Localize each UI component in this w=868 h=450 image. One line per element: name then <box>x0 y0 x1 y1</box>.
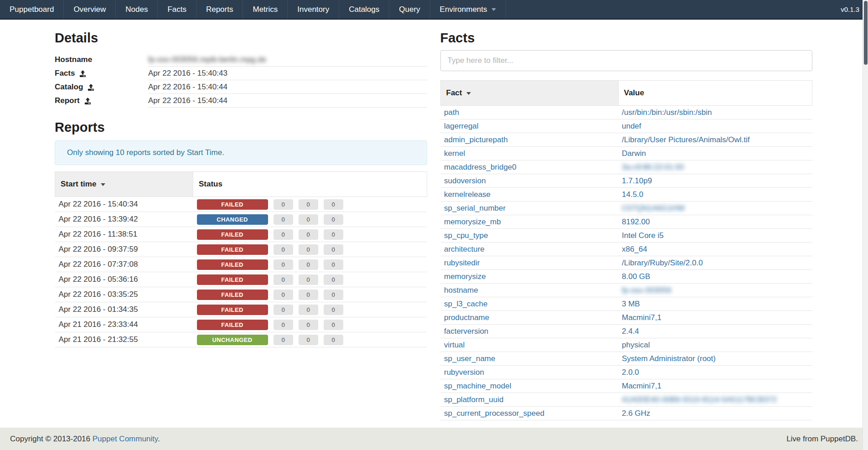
fact-name-link[interactable]: macaddress_bridge0 <box>444 163 517 171</box>
fact-name-link[interactable]: kernel <box>444 149 465 158</box>
puppet-community-link[interactable]: Puppet Community <box>93 434 158 443</box>
fact-value-link[interactable]: Intel Core i5 <box>622 231 664 240</box>
fact-row: kernelrelease 14.5.0 <box>440 188 812 202</box>
fact-value-link[interactable]: Macmini7,1 <box>622 313 661 322</box>
navbar-item-nodes[interactable]: Nodes <box>116 0 158 19</box>
facts-column-value[interactable]: Value <box>618 81 812 106</box>
fact-name-link[interactable]: kernelrelease <box>444 190 491 199</box>
fact-name-link[interactable]: admin_picturepath <box>444 135 508 144</box>
navbar-item-query[interactable]: Query <box>389 0 430 19</box>
report-count-badge: 0 <box>299 320 318 330</box>
report-status-badge: CHANGED <box>197 214 268 225</box>
fact-row: sp_serial_number C07QN1A6G1HW <box>440 202 812 215</box>
fact-row: rubysitedir /Library/Ruby/Site/2.0.0 <box>440 256 812 270</box>
fact-row: memorysize 8.00 GB <box>440 270 812 284</box>
details-table: Hostname fp-osx-003056.mpib-berlin.mpg.d… <box>55 53 427 108</box>
main-content: Details Hostname fp-osx-003056.mpib-berl… <box>0 20 868 420</box>
fact-name-link[interactable]: sp_platform_uuid <box>444 395 503 404</box>
facts-filter-input[interactable] <box>440 50 813 71</box>
fact-value-link[interactable]: 14.5.0 <box>622 190 643 199</box>
report-count-badge: 0 <box>274 229 293 240</box>
fact-name-link[interactable]: facterversion <box>444 327 488 336</box>
reports-column-start-time[interactable]: Start time <box>55 172 193 197</box>
fact-name-link[interactable]: memorysize <box>444 272 486 281</box>
report-status-badge: FAILED <box>197 274 268 285</box>
navbar-item-catalogs[interactable]: Catalogs <box>339 0 389 19</box>
fact-row: path /usr/bin:/bin:/usr/sbin:/sbin <box>440 106 812 119</box>
fact-value-link[interactable]: 3a:c9:86:22:01:00 <box>622 163 684 171</box>
navbar-item-overview[interactable]: Overview <box>64 0 116 19</box>
fact-value-link[interactable]: Darwin <box>622 149 646 158</box>
report-row: Apr 21 2016 - 23:33:44 FAILED 0 0 0 <box>55 317 427 332</box>
fact-row: admin_picturepath /Library/User Pictures… <box>440 133 812 147</box>
fact-value-link[interactable]: 3 MB <box>622 300 640 308</box>
fact-name-link[interactable]: rubyversion <box>444 368 484 377</box>
fact-row: memorysize_mb 8192.00 <box>440 215 812 229</box>
report-count-badge: 0 <box>324 274 343 285</box>
fact-name-link[interactable]: sp_user_name <box>444 354 495 363</box>
fact-name-link[interactable]: rubysitedir <box>444 259 480 267</box>
fact-value-link[interactable]: /usr/bin:/bin:/usr/sbin:/sbin <box>622 108 712 117</box>
details-row: Catalog Apr 22 2016 - 15:40:44 <box>55 80 427 94</box>
report-status-badge: FAILED <box>197 305 268 315</box>
fact-name-link[interactable]: hostname <box>444 286 478 295</box>
fact-value-link[interactable]: C07QN1A6G1HW <box>622 204 685 212</box>
fact-value-link[interactable]: undef <box>622 122 641 130</box>
report-count-badge: 0 <box>299 199 318 210</box>
report-count-badge: 0 <box>274 199 293 210</box>
scrollbar-thumb[interactable] <box>864 1 868 65</box>
details-row-value: fp-osx-003056.mpib-berlin.mpg.de <box>148 55 266 64</box>
navbar-item-reports[interactable]: Reports <box>196 0 243 19</box>
fact-name-link[interactable]: virtual <box>444 341 465 349</box>
report-count-badge: 0 <box>324 320 343 330</box>
fact-value-link[interactable]: x86_64 <box>622 245 647 253</box>
fact-name-link[interactable]: sp_machine_model <box>444 382 511 390</box>
fact-name-link[interactable]: sp_current_processor_speed <box>444 409 544 418</box>
report-count-badge: 0 <box>324 214 343 225</box>
fact-name-link[interactable]: architecture <box>444 245 485 253</box>
fact-name-link[interactable]: sp_serial_number <box>444 204 506 212</box>
fact-value-link[interactable]: 2.4.4 <box>622 327 639 336</box>
facts-column-fact[interactable]: Fact <box>440 81 618 106</box>
fact-name-link[interactable]: sudoversion <box>444 176 486 185</box>
fact-name-link[interactable]: path <box>444 108 459 117</box>
fact-value-link[interactable]: 41A0DE40-00B6-5510-8114-5A5117BCB372 <box>622 395 777 404</box>
details-row-label: Hostname <box>55 55 92 64</box>
fact-value-link[interactable]: 2.0.0 <box>622 368 639 377</box>
fact-name-link[interactable]: lagerregal <box>444 122 479 130</box>
navbar-brand[interactable]: Puppetboard <box>0 0 64 19</box>
details-row-label: Catalog <box>55 83 83 92</box>
report-count-badge: 0 <box>324 305 343 315</box>
caret-down-icon <box>491 8 496 11</box>
report-count-badge: 0 <box>274 305 293 315</box>
fact-value-link[interactable]: /Library/User Pictures/Animals/Owl.tif <box>622 135 750 144</box>
fact-value-link[interactable]: 1.7.10p9 <box>622 176 652 185</box>
navbar-environments-label: Environments <box>440 5 487 14</box>
fact-value-link[interactable]: System Administrator (root) <box>622 354 716 363</box>
fact-name-link[interactable]: sp_l3_cache <box>444 300 487 308</box>
fact-value-link[interactable]: 8.00 GB <box>622 272 650 281</box>
fact-value-link[interactable]: fp-osx-003056 <box>622 286 672 295</box>
sort-desc-icon <box>101 183 105 186</box>
fact-name-link[interactable]: memorysize_mb <box>444 217 501 226</box>
facts-title: Facts <box>440 30 813 46</box>
reports-column-status[interactable]: Status <box>193 172 427 197</box>
navbar-item-facts[interactable]: Facts <box>158 0 196 19</box>
report-count-badge: 0 <box>299 244 318 255</box>
navbar-environments-dropdown[interactable]: Environments <box>430 0 506 19</box>
fact-name-link[interactable]: sp_cpu_type <box>444 231 488 240</box>
details-row-value: Apr 22 2016 - 15:40:44 <box>148 96 227 105</box>
fact-value-link[interactable]: Macmini7,1 <box>622 382 661 390</box>
fact-name-link[interactable]: productname <box>444 313 489 322</box>
details-row-value: Apr 22 2016 - 15:40:44 <box>148 83 227 92</box>
fact-row: facterversion 2.4.4 <box>440 325 812 338</box>
fact-value-link[interactable]: physical <box>622 341 650 349</box>
fact-value-link[interactable]: /Library/Ruby/Site/2.0.0 <box>622 259 703 267</box>
report-status-badge: FAILED <box>197 320 268 330</box>
navbar-item-metrics[interactable]: Metrics <box>243 0 288 19</box>
fact-value-link[interactable]: 8192.00 <box>622 217 650 226</box>
fact-value-link[interactable]: 2.6 GHz <box>622 409 650 418</box>
scrollbar-track[interactable] <box>863 0 868 450</box>
navbar-item-inventory[interactable]: Inventory <box>288 0 339 19</box>
report-count-badge: 0 <box>324 259 343 270</box>
